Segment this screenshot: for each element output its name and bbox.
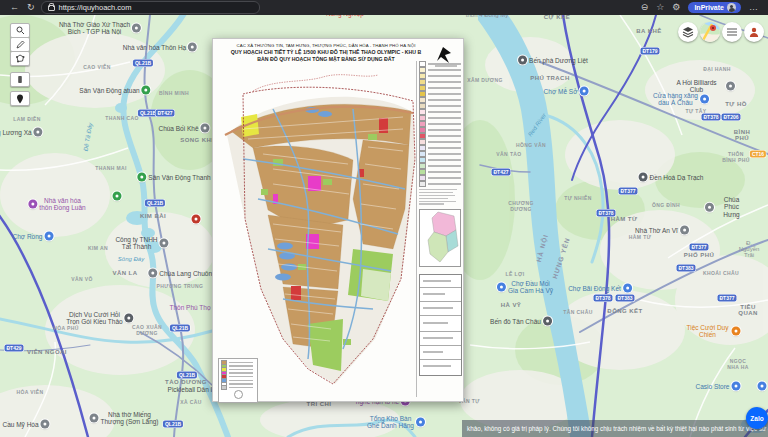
map-key-text-line — [229, 383, 253, 385]
draw-tool-button[interactable] — [10, 37, 30, 52]
map-poi[interactable]: Chợ Bãi Đông Kết — [568, 284, 632, 293]
map-poi-icon[interactable] — [758, 382, 767, 391]
map-poi[interactable]: Sân Vận Động atuan — [79, 86, 150, 95]
map-label-text: Nhà Thờ An Vĩ — [635, 226, 678, 233]
map-poi-icon[interactable] — [192, 215, 201, 224]
map-poi-icon[interactable] — [137, 173, 146, 182]
map-poi[interactable]: Pickleball Dân I — [168, 386, 213, 393]
map-locality-label: HÀM TỬ — [611, 216, 638, 222]
map-poi-icon[interactable] — [125, 314, 134, 323]
map-poi-icon[interactable] — [579, 87, 588, 96]
map-poi-icon[interactable] — [44, 232, 53, 241]
map-poi[interactable]: Tổng Kho Bàn Ghế Danh Hãng — [367, 415, 425, 430]
zalo-chat-button[interactable]: Zalo — [746, 407, 768, 429]
map-poi-icon[interactable] — [416, 418, 425, 427]
map-poi-icon[interactable] — [188, 43, 197, 52]
map-poi-icon[interactable] — [497, 283, 506, 292]
map-key-rows — [221, 361, 256, 390]
map-poi[interactable]: Casio Store — [696, 382, 741, 391]
map-poi[interactable]: Nhà văn hóa Thôn Hạ — [123, 43, 197, 52]
map-poi-icon[interactable] — [731, 382, 740, 391]
map-poi[interactable]: Chùa Phúc Hưng — [705, 196, 747, 218]
map-label-text: ĐT377 — [618, 188, 637, 195]
document-header: CÁC XÃ THƯỜNG TÍN, TAM HƯNG, THƯỢNG PHÚC… — [219, 43, 433, 62]
search-tool-button[interactable] — [10, 23, 30, 38]
map-poi[interactable]: Dịch Vụ Cưới Hỏi Trọn Gói Kiều Thảo — [66, 311, 133, 326]
zalo-label: Zalo — [750, 415, 763, 422]
planning-document[interactable]: CÁC XÃ THƯỜNG TÍN, TAM HƯNG, THƯỢNG PHÚC… — [212, 38, 464, 402]
map-label-text: Cửa hàng xăng dầu Á Châu — [653, 92, 698, 107]
menu-button[interactable] — [722, 22, 742, 42]
map-label-text: PHƯƠNG TRUNG — [157, 283, 204, 289]
map-poi-icon[interactable] — [201, 124, 210, 133]
legend-text-line — [428, 177, 461, 179]
map-poi[interactable]: Nhà văn hóa thôn Đồng Luân — [28, 197, 85, 212]
map-canvas[interactable]: Nông NghiệpNhiện Ngọcthôn 4 Đông MyCỰ KH… — [0, 15, 768, 437]
reader-mode-icon[interactable]: ⊖ — [641, 0, 649, 15]
basemap-toggle-button[interactable] — [700, 22, 720, 42]
map-poi-icon[interactable] — [543, 317, 552, 326]
legend-swatch — [419, 127, 426, 133]
map-poi[interactable] — [192, 215, 201, 224]
map-poi[interactable]: Chợ Rồng — [13, 232, 54, 241]
favorite-icon[interactable]: ☆ — [656, 0, 664, 15]
map-poi-icon[interactable] — [28, 200, 37, 209]
map-poi-icon[interactable] — [148, 269, 157, 278]
map-poi[interactable]: Bến phà Dương Liệt — [518, 56, 588, 65]
map-poi-icon[interactable] — [113, 192, 122, 201]
map-poi[interactable]: Nhà thờ Miếng Thượng (Sơn Lãng) — [89, 411, 158, 426]
map-poi[interactable]: Cửa hàng xăng dầu Á Châu — [653, 92, 709, 107]
settings-icon[interactable]: ⚙ — [672, 0, 680, 15]
map-poi[interactable]: Cầu Mỹ Hòa — [2, 420, 49, 429]
map-label-text: VIÊN NGOẠI — [27, 349, 67, 355]
map-poi-icon[interactable] — [160, 239, 169, 248]
map-poi[interactable]: Công ty TNHH Tất Thành — [115, 236, 168, 251]
map-locality-label: KIM BÀI — [140, 213, 166, 219]
map-poi[interactable] — [113, 192, 122, 201]
map-poi[interactable]: Chùa Lang Chuông — [148, 269, 215, 278]
map-poi-icon[interactable] — [89, 414, 98, 423]
map-poi-icon[interactable] — [132, 24, 141, 33]
map-poi[interactable]: Thôn Phú Thọ — [169, 304, 210, 311]
map-poi[interactable]: Chùa Bối Khê — [158, 124, 209, 133]
map-poi[interactable]: Nông Nghiệp — [326, 15, 364, 18]
map-poi-icon[interactable] — [623, 284, 632, 293]
polygon-tool-button[interactable] — [10, 51, 30, 66]
layers-button[interactable] — [678, 22, 698, 42]
map-label-text: VĂN TẢO — [496, 151, 521, 157]
map-poi[interactable]: Nhà Thờ Giáo Xứ Thạch Bích - TGP Hà Nội — [59, 21, 141, 36]
map-poi[interactable]: Bến đò Tân Châu — [490, 317, 552, 326]
map-poi-icon[interactable] — [142, 86, 151, 95]
map-label-text: HÀM TỬ — [611, 216, 638, 222]
map-poi-icon[interactable] — [518, 56, 527, 65]
eraser-tool-button[interactable] — [10, 72, 30, 87]
route-shield: ĐT383 — [615, 295, 634, 302]
map-poi[interactable]: Chợ Mễ Sở — [544, 87, 589, 96]
legend-swatch — [419, 85, 426, 91]
map-poi[interactable]: Tiệc Cưới Duy Chiến — [686, 324, 741, 339]
map-label-text: Pickleball Dân I — [168, 386, 213, 393]
map-poi-icon[interactable] — [700, 95, 709, 104]
map-poi[interactable] — [758, 382, 767, 391]
browser-menu-icon[interactable]: … — [749, 0, 758, 15]
address-bar[interactable]: https://iquyhoach.com — [41, 1, 260, 14]
marker-tool-button[interactable] — [10, 91, 30, 106]
map-poi[interactable]: ng Lương Xá — [0, 128, 43, 137]
refresh-icon[interactable]: ↻ — [27, 0, 35, 15]
map-poi-icon[interactable] — [34, 128, 43, 137]
map-poi[interactable]: Sân Vận Động Thanh — [137, 173, 210, 182]
map-poi-icon[interactable] — [639, 173, 648, 182]
map-poi[interactable]: Chợ Đầu Mối Gia Cầm Hà Vỹ — [497, 280, 553, 295]
browser-bar: ← ↻ https://iquyhoach.com ⊖ ☆ ⚙ InPrivat… — [0, 0, 768, 15]
map-poi-icon[interactable] — [680, 226, 689, 235]
map-poi-icon[interactable] — [732, 327, 741, 336]
map-poi-icon[interactable] — [705, 203, 714, 212]
legend-text-line — [428, 81, 461, 83]
profile-button[interactable] — [744, 22, 764, 42]
back-icon[interactable]: ← — [10, 0, 19, 15]
map-poi-icon[interactable] — [726, 82, 735, 91]
map-locality-label: TỰ HỒ — [725, 101, 747, 107]
inprivate-badge[interactable]: InPrivate — [688, 2, 741, 13]
map-poi[interactable]: Đền Hoá Dạ Trạch — [639, 173, 704, 182]
map-poi-icon[interactable] — [41, 420, 50, 429]
